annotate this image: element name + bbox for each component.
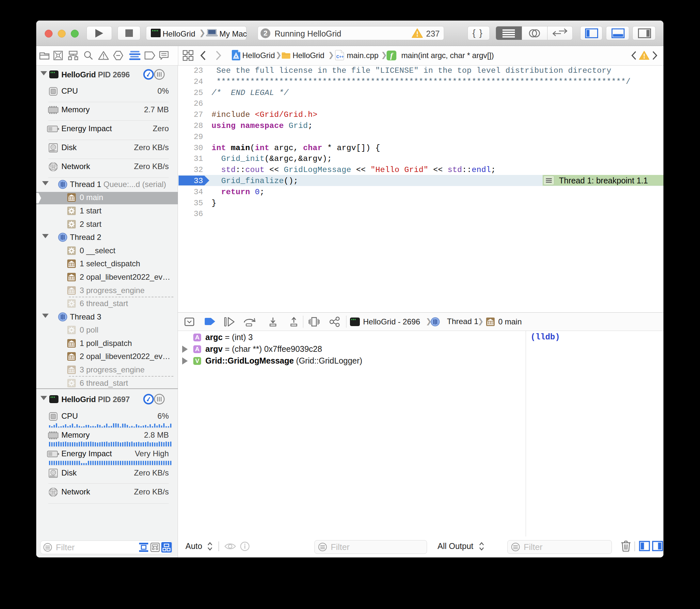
- svg-text:C++: C++: [336, 54, 344, 59]
